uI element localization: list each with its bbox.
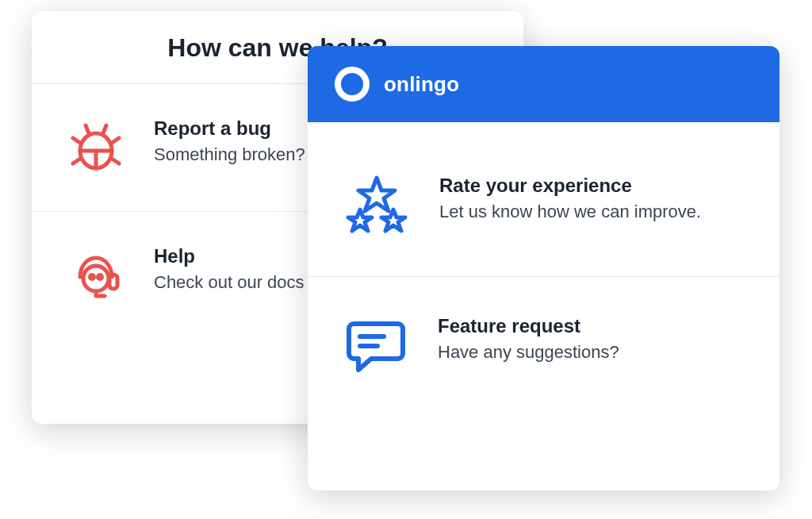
bug-icon [65, 116, 127, 178]
option-desc: Let us know how we can improve. [439, 200, 745, 225]
option-rate-experience[interactable]: Rate your experience Let us know how we … [308, 136, 779, 277]
chat-message-icon [343, 312, 409, 379]
svg-point-9 [83, 266, 109, 291]
stars-icon [343, 171, 411, 238]
option-text: Feature request Have any suggestions? [438, 312, 745, 365]
svg-line-8 [112, 159, 119, 163]
svg-line-3 [86, 125, 89, 133]
svg-line-5 [73, 138, 80, 143]
option-title: Rate your experience [439, 175, 745, 197]
svg-line-4 [103, 125, 106, 133]
front-options-list: Rate your experience Let us know how we … [308, 122, 779, 417]
option-text: Rate your experience Let us know how we … [439, 171, 745, 225]
svg-line-7 [73, 159, 80, 163]
panel-header: onlingo [308, 46, 779, 122]
brand-logo-icon [335, 67, 370, 102]
svg-point-10 [90, 275, 94, 279]
help-panel-front: onlingo Rate your experience Let us know… [308, 46, 779, 490]
svg-point-11 [98, 275, 102, 279]
brand-name: onlingo [384, 72, 459, 97]
support-headset-icon [65, 244, 127, 306]
svg-line-6 [112, 138, 119, 143]
option-title: Feature request [438, 315, 745, 337]
option-feature-request[interactable]: Feature request Have any suggestions? [308, 277, 779, 417]
option-desc: Have any suggestions? [438, 340, 745, 365]
